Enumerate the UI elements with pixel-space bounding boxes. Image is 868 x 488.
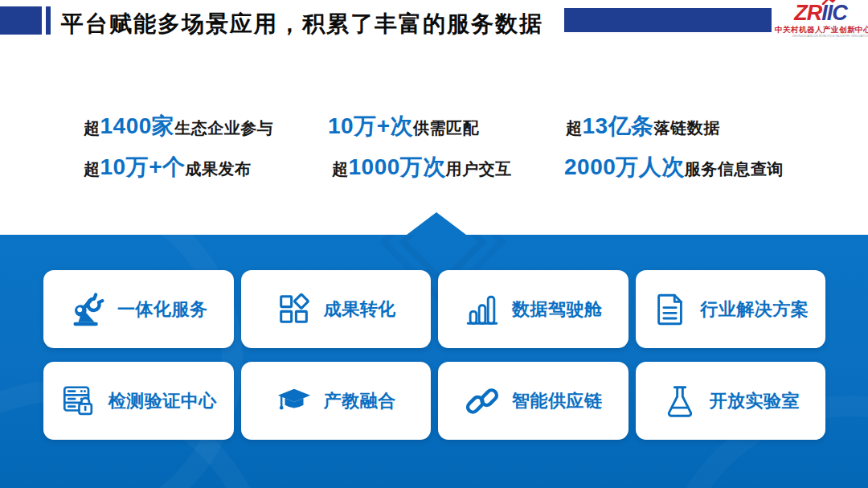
logo: ZRIIC 中关村机器人产业创新中心 ZHONGGUANCUN ROBOTICS…	[775, 2, 866, 39]
card-label: 产教融合	[324, 389, 396, 413]
card-industry-solutions: 行业解决方案	[636, 270, 826, 348]
panel-pointer-triangle	[407, 212, 466, 235]
robot-arm-logo-icon	[821, 0, 842, 5]
logo-wordmark: ZRIIC	[794, 2, 847, 24]
card-label: 检测验证中心	[108, 389, 217, 413]
stat-suffix: 成果发布	[186, 158, 252, 180]
services-panel: 一体化服务 成果转化	[0, 235, 868, 488]
header-accent-tick	[46, 6, 51, 35]
slide: 平台赋能多场景应用，积累了丰富的服务数据 ZRIIC 中关村机器人产业创新中心 …	[0, 0, 868, 488]
stat-prefix: 超	[84, 117, 100, 139]
shapes-icon	[276, 291, 313, 328]
card-label: 开放实验室	[710, 389, 800, 413]
stat-number: 1000万次	[349, 152, 446, 182]
stat-number: 2000万人次	[564, 152, 685, 182]
stat-prefix: 超	[566, 117, 583, 139]
page-title: 平台赋能多场景应用，积累了丰富的服务数据	[61, 9, 543, 39]
logo-wordmark-red: ZR	[794, 1, 821, 25]
stat-service-queries: 2000万人次服务信息查询	[564, 152, 784, 182]
card-label: 数据驾驶舱	[512, 297, 603, 322]
card-label: 一体化服务	[117, 297, 208, 322]
document-icon	[652, 291, 689, 328]
card-data-cockpit: 数据驾驶舱	[438, 270, 628, 348]
card-label: 智能供应链	[512, 389, 603, 413]
stat-number: 1400家	[100, 111, 175, 141]
card-smart-supply-chain: 智能供应链	[438, 362, 628, 440]
stat-suffix: 生态企业参与	[174, 117, 273, 139]
stat-chain-data: 超13亿条落链数据	[566, 111, 720, 141]
stat-suffix: 供需匹配	[413, 117, 479, 139]
header-accent-block	[0, 6, 42, 35]
graduation-cap-icon	[276, 383, 313, 420]
card-label: 成果转化	[324, 297, 396, 322]
stat-supply-demand-matches: 10万+次供需匹配	[328, 111, 479, 141]
service-cards-grid: 一体化服务 成果转化	[43, 270, 825, 440]
stat-ecosystem-enterprises: 超1400家生态企业参与	[84, 111, 273, 141]
bar-chart-icon	[464, 291, 501, 328]
stat-prefix: 超	[84, 158, 100, 180]
card-industry-education-integration: 产教融合	[241, 362, 432, 440]
stat-number: 10万+个	[100, 152, 186, 182]
stat-number: 10万+次	[328, 111, 413, 141]
robot-arm-icon	[69, 291, 106, 328]
card-testing-verification-center: 检测验证中心	[43, 362, 234, 440]
card-label: 行业解决方案	[700, 297, 809, 322]
stat-suffix: 服务信息查询	[685, 158, 784, 180]
logo-cn-name: 中关村机器人产业创新中心	[775, 26, 866, 34]
card-integrated-service: 一体化服务	[43, 270, 234, 348]
logo-en-name: ZHONGGUANCUN ROBOTICS INDUSTRY INNOVATIO…	[792, 35, 850, 38]
stat-suffix: 用户交互	[446, 158, 512, 180]
stat-user-interactions: 超1000万次用户交互	[332, 152, 512, 182]
card-open-laboratory: 开放实验室	[636, 362, 826, 440]
server-lock-icon	[60, 383, 97, 420]
stat-suffix: 落链数据	[654, 117, 720, 139]
stat-prefix: 超	[332, 158, 349, 180]
stat-number: 13亿条	[583, 111, 654, 141]
card-achievement-transformation: 成果转化	[241, 270, 432, 348]
chain-link-icon	[464, 383, 501, 420]
flask-icon	[661, 383, 698, 420]
stat-results-published: 超10万+个成果发布	[84, 152, 252, 182]
header-accent-bar-right	[564, 8, 772, 32]
